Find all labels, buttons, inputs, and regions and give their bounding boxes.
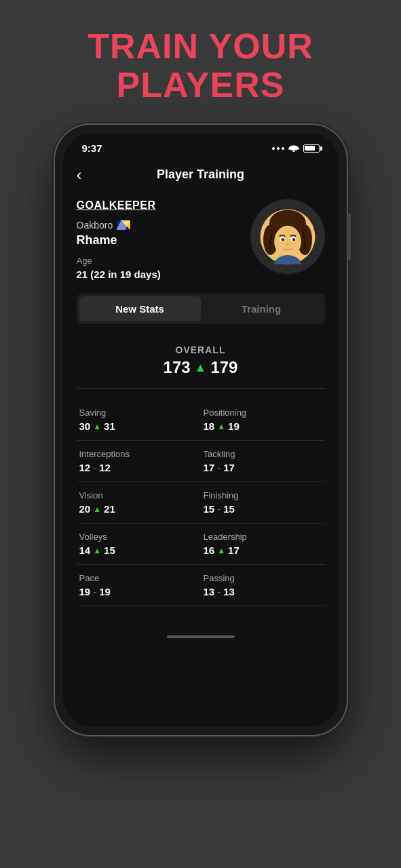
player-club: Oakboro — [77, 220, 250, 231]
svg-point-17 — [292, 239, 295, 242]
stat-arrow: ▲ — [93, 422, 101, 431]
stat-item: Leadership16▲17 — [201, 524, 325, 565]
stat-old-value: 14 — [79, 545, 91, 556]
stat-item: Interceptions12 - 12 — [77, 441, 201, 482]
stat-new-value: 19 — [99, 586, 111, 597]
nav-title: Player Training — [157, 167, 244, 182]
page-title: TRAIN YOURPLAYERS — [88, 27, 313, 104]
stat-values: 14▲15 — [79, 545, 198, 556]
signal-dot-3 — [282, 147, 284, 150]
stat-new-value: 12 — [99, 462, 111, 473]
stat-separator: - — [93, 586, 96, 597]
tab-new-stats[interactable]: New Stats — [79, 296, 201, 321]
stat-values: 15 - 15 — [204, 503, 322, 515]
stat-values: 19 - 19 — [79, 586, 198, 597]
stat-label: Finishing — [204, 490, 322, 500]
stat-old-value: 15 — [204, 503, 215, 515]
svg-point-16 — [281, 239, 284, 242]
stat-label: Passing — [204, 573, 322, 583]
stat-new-value: 31 — [104, 420, 115, 432]
nav-bar: ‹ Player Training — [77, 159, 325, 193]
stat-item: Passing13 - 13 — [201, 565, 325, 606]
stat-values: 12 - 12 — [79, 462, 198, 473]
stat-values: 20▲21 — [79, 503, 198, 515]
player-section: GOALKEEPER Oakboro — [77, 193, 325, 294]
stat-label: Vision — [79, 490, 198, 500]
home-bar — [167, 635, 235, 638]
stat-separator: - — [217, 503, 221, 515]
svg-point-18 — [282, 239, 284, 240]
svg-point-20 — [286, 243, 289, 246]
flag-icon — [117, 220, 130, 230]
stat-item: Tackling17 - 17 — [201, 441, 325, 482]
stat-new-value: 13 — [223, 586, 235, 597]
club-name: Oakboro — [77, 220, 113, 231]
stat-item: Positioning18▲19 — [201, 399, 325, 441]
stat-values: 30▲31 — [79, 420, 198, 432]
signal-dot-2 — [277, 147, 280, 150]
stat-new-value: 21 — [104, 503, 115, 515]
overall-values: 173 ▲ 179 — [77, 358, 325, 377]
back-button[interactable]: ‹ — [77, 165, 82, 184]
stat-item: Pace19 - 19 — [77, 565, 201, 606]
stat-label: Interceptions — [79, 449, 198, 459]
tab-training[interactable]: Training — [201, 296, 322, 321]
status-time: 9:37 — [82, 142, 102, 154]
player-avatar — [250, 199, 325, 274]
stat-old-value: 16 — [204, 545, 215, 556]
stat-new-value: 19 — [228, 420, 240, 432]
stat-old-value: 12 — [79, 462, 91, 473]
home-indicator — [63, 627, 339, 647]
wifi-icon — [288, 143, 299, 154]
stat-old-value: 20 — [79, 503, 91, 515]
phone-screen: 9:37 ‹ — [63, 133, 339, 727]
stat-new-value: 15 — [104, 545, 115, 556]
player-age-label: Age — [77, 256, 250, 266]
stat-new-value: 15 — [223, 503, 235, 515]
svg-point-13 — [274, 226, 301, 258]
status-bar: 9:37 — [63, 133, 339, 159]
stat-item: Saving30▲31 — [77, 399, 201, 441]
stat-values: 17 - 17 — [204, 462, 322, 473]
player-name: Rhame — [77, 233, 250, 248]
avatar-face — [257, 206, 318, 267]
overall-old-value: 173 — [164, 358, 191, 377]
status-icons — [272, 143, 320, 154]
stat-old-value: 30 — [79, 420, 91, 432]
tabs-container: New Stats Training — [77, 294, 325, 324]
overall-section: OVERALL 173 ▲ 179 — [77, 338, 325, 389]
stat-item: Vision20▲21 — [77, 482, 201, 524]
stat-old-value: 17 — [204, 462, 215, 473]
stat-separator: - — [93, 462, 96, 473]
stat-values: 16▲17 — [204, 545, 322, 556]
stat-old-value: 13 — [204, 586, 215, 597]
stat-label: Pace — [79, 573, 198, 583]
svg-point-19 — [294, 239, 295, 240]
stats-grid: Saving30▲31Positioning18▲19Interceptions… — [77, 399, 325, 606]
stat-item: Finishing15 - 15 — [201, 482, 325, 524]
overall-new-value: 179 — [210, 358, 237, 377]
battery-icon — [303, 144, 320, 153]
stat-label: Volleys — [79, 532, 198, 542]
player-info: GOALKEEPER Oakboro — [77, 199, 250, 280]
stat-arrow: ▲ — [93, 505, 101, 514]
stat-arrow: ▲ — [217, 546, 225, 555]
player-position: GOALKEEPER — [77, 199, 250, 212]
app-content: ‹ Player Training GOALKEEPER Oakboro — [63, 159, 339, 627]
stat-values: 13 - 13 — [204, 586, 322, 597]
stat-separator: - — [217, 586, 221, 597]
stat-label: Saving — [79, 408, 198, 418]
stat-label: Positioning — [204, 408, 322, 418]
stat-values: 18▲19 — [204, 420, 322, 432]
signal-dot-1 — [272, 147, 275, 150]
stat-item: Volleys14▲15 — [77, 524, 201, 565]
stat-old-value: 18 — [204, 420, 215, 432]
stat-arrow: ▲ — [93, 546, 101, 555]
stat-new-value: 17 — [228, 545, 240, 556]
overall-arrow: ▲ — [195, 361, 207, 375]
stat-old-value: 19 — [79, 586, 91, 597]
phone-wrapper: 9:37 ‹ — [55, 125, 347, 735]
battery-fill — [305, 146, 315, 151]
overall-label: OVERALL — [77, 344, 325, 355]
stat-arrow: ▲ — [217, 422, 225, 431]
